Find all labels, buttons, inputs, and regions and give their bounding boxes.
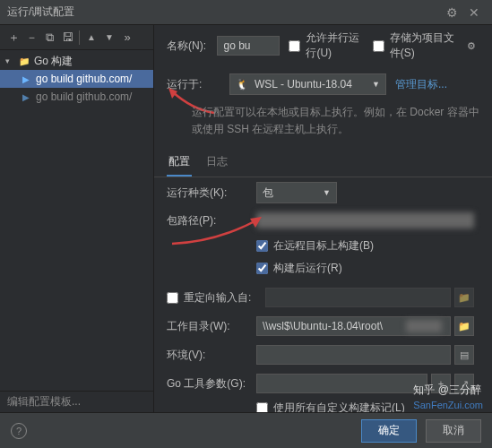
env-input[interactable]: [256, 345, 451, 365]
chevron-down-icon: ▾: [5, 56, 14, 65]
close-icon[interactable]: ✕: [463, 5, 485, 20]
redirect-input-checkbox[interactable]: 重定向输入自:: [167, 290, 256, 306]
name-label: 名称(N):: [167, 39, 208, 54]
edit-env-icon[interactable]: ▤: [454, 345, 474, 365]
go-tool-args-label: Go 工具参数(G):: [167, 376, 247, 392]
tab-config[interactable]: 配置: [167, 149, 192, 177]
run-target-select[interactable]: 🐧 WSL - Ubuntu-18.04 ▼: [229, 73, 386, 95]
move-down-icon[interactable]: ▼: [101, 30, 117, 46]
redirect-input-field[interactable]: [265, 288, 451, 307]
allow-parallel-checkbox[interactable]: 允许并行运行(U): [289, 30, 363, 61]
config-item-label: go build github.com/: [36, 90, 132, 103]
expand-macros-icon[interactable]: +: [431, 374, 451, 393]
config-item-selected[interactable]: ▶ go build github.com/: [0, 70, 153, 88]
run-target-value: WSL - Ubuntu-18.04: [255, 78, 352, 90]
name-row: 名称(N): 允许并行运行(U) 存储为项目文件(S) ⚙: [154, 25, 492, 66]
run-kind-select[interactable]: 包▼: [256, 182, 337, 203]
go-run-icon: ▶: [20, 73, 32, 85]
manage-targets-link[interactable]: 管理目标...: [395, 77, 447, 92]
main-panel: 名称(N): 允许并行运行(U) 存储为项目文件(S) ⚙ 运行于: 🐧 WSL…: [154, 25, 492, 412]
tree-group-go-build[interactable]: ▾ 📁 Go 构建: [0, 52, 153, 70]
configurations-sidebar: ＋ － ⧉ 🖫 ▲ ▼ » ▾ 📁 Go 构建 ▶ go build githu…: [0, 25, 154, 412]
config-item[interactable]: ▶ go build github.com/: [0, 88, 153, 106]
run-target-hint: 运行配置可以在本地或目标上执行。例如，在 Docker 容器中或使用 SSH 在…: [154, 100, 492, 147]
help-icon[interactable]: ?: [11, 423, 27, 439]
config-tree: ▾ 📁 Go 构建 ▶ go build github.com/ ▶ go bu…: [0, 50, 153, 391]
expand-icon[interactable]: »: [119, 30, 135, 46]
package-path-input[interactable]: [256, 212, 474, 228]
move-up-icon[interactable]: ▲: [83, 30, 99, 46]
name-input[interactable]: [217, 36, 280, 56]
edit-templates-link[interactable]: 编辑配置模板...: [7, 394, 81, 409]
add-config-icon[interactable]: ＋: [5, 30, 22, 46]
use-all-tags-checkbox[interactable]: 使用所有自定义构建标记(L): [256, 401, 405, 412]
settings-icon[interactable]: ⚙: [441, 5, 463, 20]
redacted: [406, 320, 442, 332]
sidebar-footer: 编辑配置模板...: [0, 391, 153, 412]
linux-icon: 🐧: [236, 78, 249, 90]
remove-config-icon[interactable]: －: [23, 30, 39, 46]
dialog-title: 运行/调试配置: [7, 4, 441, 20]
browse-folder-icon[interactable]: 📁: [454, 316, 474, 336]
sidebar-toolbar: ＋ － ⧉ 🖫 ▲ ▼ »: [0, 25, 153, 50]
config-form: 运行种类(K): 包▼ 包路径(P): 在远程目标上构建(B) 构建后运行(R)…: [154, 177, 492, 412]
dialog-footer: ? 确定 取消: [0, 412, 492, 448]
build-on-remote-checkbox[interactable]: 在远程目标上构建(B): [256, 238, 374, 254]
browse-folder-icon[interactable]: 📁: [454, 288, 474, 307]
copy-config-icon[interactable]: ⧉: [41, 30, 57, 46]
tabs: 配置 日志: [154, 149, 492, 177]
tab-log[interactable]: 日志: [204, 149, 229, 177]
chevron-down-icon: ▼: [372, 80, 380, 89]
tree-group-label: Go 构建: [34, 54, 73, 69]
annotation-arrow-icon: [167, 213, 265, 249]
dialog-titlebar: 运行/调试配置 ⚙ ✕: [0, 0, 492, 25]
save-project-checkbox[interactable]: 存储为项目文件(S): [373, 30, 455, 61]
env-label: 环境(V):: [167, 348, 247, 363]
run-after-build-checkbox[interactable]: 构建后运行(R): [256, 261, 342, 276]
expand-field-icon[interactable]: ↗: [454, 374, 474, 393]
go-folder-icon: 📁: [18, 55, 30, 67]
toolbar-separator: [79, 30, 80, 45]
go-tool-args-input[interactable]: [256, 374, 427, 393]
cancel-button[interactable]: 取消: [426, 419, 481, 443]
workdir-label: 工作目录(W):: [167, 319, 247, 334]
config-item-label: go build github.com/: [36, 73, 132, 85]
project-file-options-icon[interactable]: ⚙: [464, 36, 479, 56]
chevron-down-icon: ▼: [323, 188, 331, 197]
go-run-icon: ▶: [20, 90, 32, 103]
ok-button[interactable]: 确定: [361, 419, 417, 443]
run-kind-label: 运行种类(K):: [167, 185, 247, 201]
save-config-icon[interactable]: 🖫: [59, 30, 75, 46]
